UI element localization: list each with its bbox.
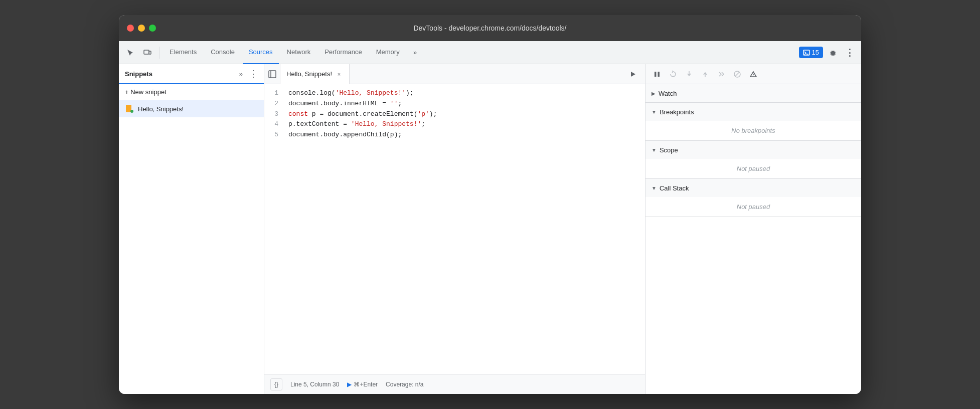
- scope-section-label: Scope: [660, 146, 678, 154]
- toolbar-divider: [159, 47, 159, 59]
- close-button[interactable]: [127, 25, 134, 32]
- tab-performance[interactable]: Performance: [318, 41, 368, 64]
- debugger-toolbar: [645, 64, 861, 84]
- tab-console[interactable]: Console: [205, 41, 241, 64]
- cursor-position: Line 5, Column 30: [290, 381, 339, 388]
- breakpoints-section-body: No breakpoints: [645, 121, 861, 140]
- snippet-file-icon: [125, 104, 134, 113]
- svg-point-4: [130, 110, 133, 113]
- editor-statusbar: {} Line 5, Column 30 ▶ ⌘+Enter Coverage:…: [264, 374, 645, 394]
- pause-button[interactable]: [649, 67, 665, 82]
- code-line-5: 5 document.body.appendChild(p);: [264, 130, 645, 140]
- svg-rect-8: [658, 72, 660, 77]
- traffic-lights: [127, 25, 156, 32]
- code-editor[interactable]: 1 console.log('Hello, Snippets!'); 2 doc…: [264, 84, 645, 374]
- code-line-1: 1 console.log('Hello, Snippets!');: [264, 88, 645, 99]
- call-stack-section-body: Not paused: [645, 197, 861, 217]
- settings-icon[interactable]: [825, 45, 840, 60]
- run-with-shortcut[interactable]: ▶ ⌘+Enter: [347, 381, 378, 388]
- device-toggle-icon[interactable]: [140, 45, 155, 60]
- cursor-icon[interactable]: [123, 45, 138, 60]
- devtools-window: DevTools - developer.chrome.com/docs/dev…: [119, 15, 861, 394]
- scope-section-body: Not paused: [645, 159, 861, 178]
- svg-line-10: [735, 72, 739, 76]
- new-snippet-button[interactable]: + New snippet: [119, 84, 264, 100]
- step-button[interactable]: [714, 67, 729, 82]
- code-line-2: 2 document.body.innerHTML = '';: [264, 99, 645, 109]
- code-line-4: 4 p.textContent = 'Hello, Snippets!';: [264, 119, 645, 130]
- run-snippet-button[interactable]: [625, 66, 641, 82]
- titlebar: DevTools - developer.chrome.com/docs/dev…: [119, 15, 861, 41]
- deactivate-breakpoints-button[interactable]: [730, 67, 745, 82]
- run-arrow-icon: ▶: [347, 381, 352, 388]
- tab-elements[interactable]: Elements: [164, 41, 203, 64]
- editor-area: Hello, Snippets! × 1 console.log('Hello,…: [264, 64, 645, 394]
- sidebar-more: » ⋮: [239, 68, 258, 79]
- main-content: Snippets » ⋮ + New snippet Hello, Snippe…: [119, 64, 861, 394]
- right-sections: Watch Breakpoints No breakpoints: [645, 84, 861, 394]
- tab-close-icon[interactable]: ×: [335, 70, 343, 78]
- svg-rect-5: [269, 71, 276, 78]
- svg-rect-7: [655, 72, 657, 77]
- pause-on-exceptions-button[interactable]: [746, 67, 761, 82]
- watch-section-header[interactable]: Watch: [645, 84, 861, 102]
- toolbar-right: 15 ⋮: [799, 45, 857, 60]
- more-panels-icon[interactable]: »: [239, 70, 243, 78]
- breakpoints-section-label: Breakpoints: [660, 108, 694, 116]
- editor-tabs: Hello, Snippets! ×: [264, 64, 645, 84]
- sidebar: Snippets » ⋮ + New snippet Hello, Snippe…: [119, 64, 264, 394]
- svg-rect-1: [149, 51, 151, 54]
- call-stack-chevron-icon: [651, 185, 657, 191]
- snippet-item-hello-snippets[interactable]: Hello, Snippets!: [119, 100, 264, 117]
- scope-section-header[interactable]: Scope: [645, 141, 861, 159]
- svg-rect-0: [144, 50, 149, 54]
- code-line-3: 3 const p = document.createElement('p');: [264, 109, 645, 120]
- console-messages-badge[interactable]: 15: [799, 47, 823, 58]
- call-stack-section-header[interactable]: Call Stack: [645, 179, 861, 197]
- more-options-icon[interactable]: ⋮: [842, 45, 857, 60]
- watch-section-label: Watch: [659, 90, 677, 97]
- minimize-button[interactable]: [138, 25, 145, 32]
- toggle-sidebar-icon[interactable]: [264, 64, 280, 84]
- console-icon: [803, 49, 810, 56]
- run-shortcut-label: ⌘+Enter: [354, 381, 378, 388]
- tab-sources[interactable]: Sources: [243, 41, 279, 64]
- watch-chevron-icon: [651, 91, 656, 96]
- scope-section: Scope Not paused: [645, 141, 861, 179]
- svg-point-13: [753, 75, 753, 76]
- watch-section: Watch: [645, 84, 861, 103]
- step-into-button[interactable]: [682, 67, 697, 82]
- call-stack-section: Call Stack Not paused: [645, 179, 861, 217]
- more-tabs-icon[interactable]: »: [408, 45, 423, 60]
- format-button[interactable]: {}: [270, 378, 282, 390]
- tab-memory[interactable]: Memory: [370, 41, 406, 64]
- right-panel: Watch Breakpoints No breakpoints: [645, 64, 861, 394]
- sidebar-title: Snippets: [125, 70, 152, 78]
- maximize-button[interactable]: [149, 25, 156, 32]
- breakpoints-section-header[interactable]: Breakpoints: [645, 103, 861, 121]
- main-toolbar: Elements Console Sources Network Perform…: [119, 41, 861, 64]
- sidebar-menu-icon[interactable]: ⋮: [249, 68, 258, 79]
- coverage-status: Coverage: n/a: [386, 381, 423, 388]
- breakpoints-section: Breakpoints No breakpoints: [645, 103, 861, 141]
- editor-tab-hello-snippets[interactable]: Hello, Snippets! ×: [280, 64, 350, 84]
- scope-chevron-icon: [651, 147, 657, 153]
- breakpoints-chevron-icon: [651, 109, 657, 115]
- window-title: DevTools - developer.chrome.com/docs/dev…: [413, 24, 566, 32]
- call-stack-section-label: Call Stack: [660, 184, 689, 192]
- step-out-button[interactable]: [698, 67, 713, 82]
- step-over-button[interactable]: [666, 67, 681, 82]
- tab-network[interactable]: Network: [281, 41, 317, 64]
- sidebar-header: Snippets » ⋮: [119, 64, 264, 84]
